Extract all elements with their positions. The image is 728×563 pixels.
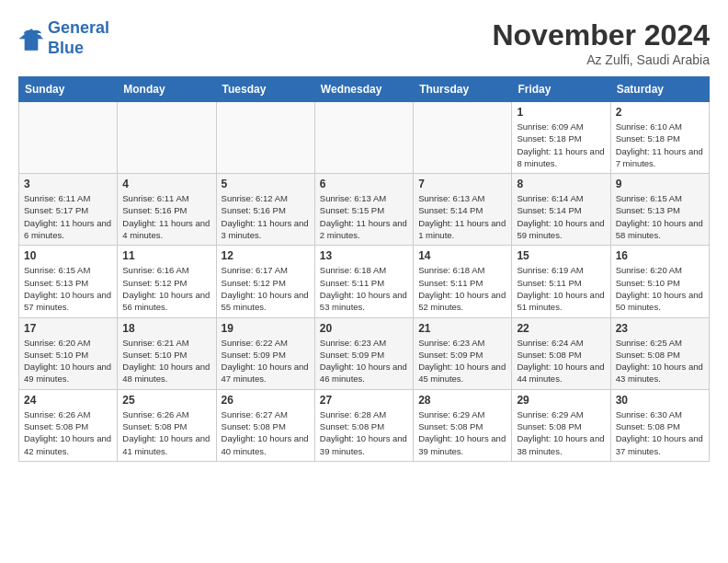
calendar-cell: 18Sunrise: 6:21 AM Sunset: 5:10 PM Dayli… — [118, 317, 216, 389]
day-info: Sunrise: 6:10 AM Sunset: 5:18 PM Dayligh… — [616, 121, 704, 169]
calendar-cell: 7Sunrise: 6:13 AM Sunset: 5:14 PM Daylig… — [414, 174, 512, 246]
calendar-cell — [216, 102, 314, 174]
day-number: 1 — [517, 106, 605, 119]
calendar-cell: 11Sunrise: 6:16 AM Sunset: 5:12 PM Dayli… — [118, 246, 216, 317]
calendar-cell: 1Sunrise: 6:09 AM Sunset: 5:18 PM Daylig… — [512, 102, 610, 174]
day-number: 25 — [122, 394, 210, 407]
location-title: Az Zulfi, Saudi Arabia — [492, 52, 710, 67]
calendar-cell: 15Sunrise: 6:19 AM Sunset: 5:11 PM Dayli… — [512, 246, 610, 317]
weekday-header-row: SundayMondayTuesdayWednesdayThursdayFrid… — [19, 77, 710, 102]
day-info: Sunrise: 6:22 AM Sunset: 5:09 PM Dayligh… — [222, 337, 310, 385]
day-info: Sunrise: 6:14 AM Sunset: 5:14 PM Dayligh… — [517, 192, 605, 241]
day-info: Sunrise: 6:23 AM Sunset: 5:09 PM Dayligh… — [418, 337, 506, 385]
day-info: Sunrise: 6:24 AM Sunset: 5:08 PM Dayligh… — [517, 337, 605, 385]
calendar-week-3: 10Sunrise: 6:15 AM Sunset: 5:13 PM Dayli… — [19, 246, 710, 317]
day-number: 23 — [616, 322, 704, 335]
day-info: Sunrise: 6:17 AM Sunset: 5:12 PM Dayligh… — [222, 264, 310, 313]
day-info: Sunrise: 6:11 AM Sunset: 5:16 PM Dayligh… — [122, 192, 210, 241]
calendar-cell — [118, 102, 216, 174]
weekday-header-friday: Friday — [512, 77, 610, 102]
day-number: 19 — [222, 322, 310, 335]
day-number: 15 — [517, 249, 605, 262]
day-number: 21 — [418, 322, 506, 335]
day-info: Sunrise: 6:13 AM Sunset: 5:14 PM Dayligh… — [418, 192, 506, 241]
day-info: Sunrise: 6:15 AM Sunset: 5:13 PM Dayligh… — [616, 192, 704, 241]
calendar-cell: 25Sunrise: 6:26 AM Sunset: 5:08 PM Dayli… — [118, 389, 216, 461]
weekday-header-tuesday: Tuesday — [216, 77, 314, 102]
calendar-cell: 8Sunrise: 6:14 AM Sunset: 5:14 PM Daylig… — [512, 174, 610, 246]
day-info: Sunrise: 6:23 AM Sunset: 5:09 PM Dayligh… — [320, 337, 408, 385]
weekday-header-wednesday: Wednesday — [314, 77, 413, 102]
day-number: 11 — [122, 249, 210, 262]
day-info: Sunrise: 6:26 AM Sunset: 5:08 PM Dayligh… — [24, 408, 112, 457]
day-number: 10 — [24, 249, 112, 262]
calendar-week-4: 17Sunrise: 6:20 AM Sunset: 5:10 PM Dayli… — [19, 317, 710, 389]
day-number: 22 — [517, 322, 605, 335]
day-number: 7 — [418, 178, 506, 190]
day-number: 8 — [517, 178, 605, 190]
day-number: 5 — [222, 178, 310, 190]
day-number: 4 — [122, 178, 210, 190]
day-info: Sunrise: 6:20 AM Sunset: 5:10 PM Dayligh… — [616, 264, 704, 313]
day-number: 9 — [616, 178, 704, 190]
weekday-header-thursday: Thursday — [414, 77, 512, 102]
weekday-header-sunday: Sunday — [19, 77, 118, 102]
day-number: 6 — [320, 178, 408, 190]
day-info: Sunrise: 6:15 AM Sunset: 5:13 PM Dayligh… — [24, 264, 112, 313]
day-info: Sunrise: 6:21 AM Sunset: 5:10 PM Dayligh… — [122, 337, 210, 385]
calendar-cell: 3Sunrise: 6:11 AM Sunset: 5:17 PM Daylig… — [19, 174, 118, 246]
calendar-cell: 6Sunrise: 6:13 AM Sunset: 5:15 PM Daylig… — [314, 174, 413, 246]
calendar-cell: 26Sunrise: 6:27 AM Sunset: 5:08 PM Dayli… — [216, 389, 314, 461]
calendar-cell: 22Sunrise: 6:24 AM Sunset: 5:08 PM Dayli… — [512, 317, 610, 389]
calendar-cell: 29Sunrise: 6:29 AM Sunset: 5:08 PM Dayli… — [512, 389, 610, 461]
day-number: 3 — [24, 178, 112, 190]
logo-line1: General — [48, 18, 109, 39]
calendar-week-1: 1Sunrise: 6:09 AM Sunset: 5:18 PM Daylig… — [19, 102, 710, 174]
day-number: 16 — [616, 249, 704, 262]
day-number: 27 — [320, 394, 408, 407]
day-info: Sunrise: 6:12 AM Sunset: 5:16 PM Dayligh… — [222, 192, 310, 241]
calendar-header: SundayMondayTuesdayWednesdayThursdayFrid… — [19, 77, 710, 102]
day-info: Sunrise: 6:27 AM Sunset: 5:08 PM Dayligh… — [222, 408, 310, 457]
day-info: Sunrise: 6:11 AM Sunset: 5:17 PM Dayligh… — [24, 192, 112, 241]
logo: General Blue — [18, 18, 109, 58]
day-number: 30 — [616, 394, 704, 407]
logo-line2: Blue — [48, 39, 109, 59]
day-info: Sunrise: 6:28 AM Sunset: 5:08 PM Dayligh… — [320, 408, 408, 457]
calendar-cell — [314, 102, 413, 174]
day-number: 28 — [418, 394, 506, 407]
title-block: November 2024 Az Zulfi, Saudi Arabia — [492, 18, 710, 67]
day-info: Sunrise: 6:29 AM Sunset: 5:08 PM Dayligh… — [517, 408, 605, 457]
day-info: Sunrise: 6:13 AM Sunset: 5:15 PM Dayligh… — [320, 192, 408, 241]
day-info: Sunrise: 6:26 AM Sunset: 5:08 PM Dayligh… — [122, 408, 210, 457]
day-number: 20 — [320, 322, 408, 335]
calendar-cell: 27Sunrise: 6:28 AM Sunset: 5:08 PM Dayli… — [314, 389, 413, 461]
day-number: 2 — [616, 106, 704, 119]
calendar-cell: 5Sunrise: 6:12 AM Sunset: 5:16 PM Daylig… — [216, 174, 314, 246]
calendar-cell: 10Sunrise: 6:15 AM Sunset: 5:13 PM Dayli… — [19, 246, 118, 317]
day-info: Sunrise: 6:30 AM Sunset: 5:08 PM Dayligh… — [616, 408, 704, 457]
weekday-header-saturday: Saturday — [610, 77, 709, 102]
calendar-table: SundayMondayTuesdayWednesdayThursdayFrid… — [18, 76, 710, 462]
calendar-cell: 20Sunrise: 6:23 AM Sunset: 5:09 PM Dayli… — [314, 317, 413, 389]
day-number: 17 — [24, 322, 112, 335]
calendar-cell: 12Sunrise: 6:17 AM Sunset: 5:12 PM Dayli… — [216, 246, 314, 317]
day-info: Sunrise: 6:25 AM Sunset: 5:08 PM Dayligh… — [616, 337, 704, 385]
calendar-cell — [19, 102, 118, 174]
day-number: 14 — [418, 249, 506, 262]
calendar-week-2: 3Sunrise: 6:11 AM Sunset: 5:17 PM Daylig… — [19, 174, 710, 246]
day-info: Sunrise: 6:20 AM Sunset: 5:10 PM Dayligh… — [24, 337, 112, 385]
day-info: Sunrise: 6:16 AM Sunset: 5:12 PM Dayligh… — [122, 264, 210, 313]
day-number: 12 — [222, 249, 310, 262]
calendar-cell: 30Sunrise: 6:30 AM Sunset: 5:08 PM Dayli… — [610, 389, 709, 461]
calendar-cell: 9Sunrise: 6:15 AM Sunset: 5:13 PM Daylig… — [610, 174, 709, 246]
day-info: Sunrise: 6:29 AM Sunset: 5:08 PM Dayligh… — [418, 408, 506, 457]
calendar-cell: 28Sunrise: 6:29 AM Sunset: 5:08 PM Dayli… — [414, 389, 512, 461]
logo-icon — [18, 26, 44, 52]
day-number: 26 — [222, 394, 310, 407]
calendar-cell: 13Sunrise: 6:18 AM Sunset: 5:11 PM Dayli… — [314, 246, 413, 317]
day-number: 29 — [517, 394, 605, 407]
month-title: November 2024 — [492, 18, 710, 52]
calendar-cell: 23Sunrise: 6:25 AM Sunset: 5:08 PM Dayli… — [610, 317, 709, 389]
calendar-cell: 21Sunrise: 6:23 AM Sunset: 5:09 PM Dayli… — [414, 317, 512, 389]
